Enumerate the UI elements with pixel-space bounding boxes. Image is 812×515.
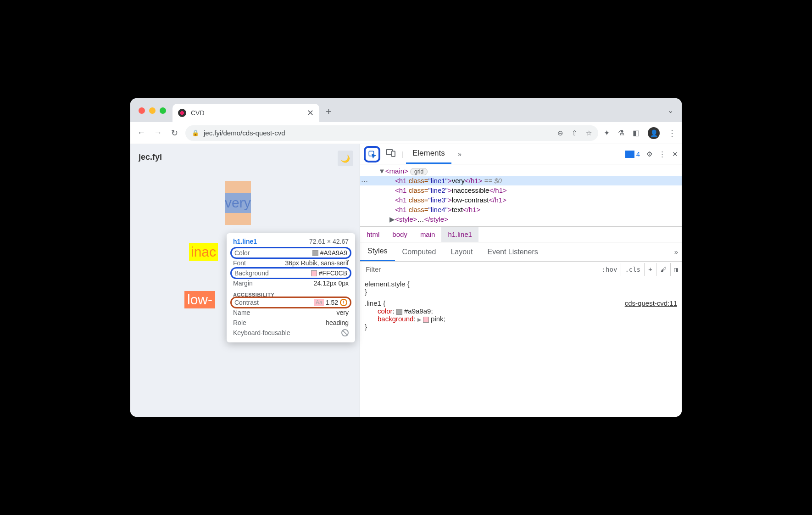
dom-node-selected[interactable]: <h1 class="line1">very</h1> == $0 xyxy=(360,176,682,185)
color-swatch-icon xyxy=(311,270,317,276)
breadcrumb: html body main h1.line1 xyxy=(360,226,682,242)
svg-rect-2 xyxy=(392,151,395,157)
dom-tree[interactable]: ▼<main> grid <h1 class="line1">very</h1>… xyxy=(360,164,682,226)
menu-kebab-icon[interactable]: ⋮ xyxy=(668,128,676,138)
reload-icon[interactable]: ↻ xyxy=(169,128,180,138)
content-area: jec.fyi 🌙 very inac low- h1.line1 72.61 … xyxy=(130,144,682,417)
address-bar[interactable]: 🔒 jec.fyi/demo/cds-quest-cvd ⊖ ⇧ ☆ xyxy=(185,125,598,141)
inspect-element-icon[interactable] xyxy=(364,146,380,162)
tooltip-name-row: Name very xyxy=(233,308,349,318)
tooltip-role-row: Role heading xyxy=(233,318,349,328)
lock-icon: 🔒 xyxy=(192,129,199,136)
line3-text: low- xyxy=(184,291,215,308)
dom-node[interactable]: <h1 class="line2">inaccessible</h1> xyxy=(360,185,682,195)
color-swatch-icon xyxy=(312,250,318,256)
back-icon[interactable]: ← xyxy=(136,128,147,138)
labs-flask-icon[interactable]: ⚗ xyxy=(618,129,624,137)
tab-computed[interactable]: Computed xyxy=(395,243,444,261)
demo-line1[interactable]: very xyxy=(225,181,251,225)
elements-tab[interactable]: Elements xyxy=(406,144,451,164)
tooltip-contrast-row: Contrast Aa 1.52 ! xyxy=(230,297,351,308)
more-tabs-chevron-icon[interactable]: » xyxy=(454,150,465,158)
tooltip-margin-row: Margin 24.12px 0px xyxy=(233,278,349,288)
maximize-window-icon[interactable] xyxy=(160,107,166,114)
close-window-icon[interactable] xyxy=(139,107,145,114)
sidepanel-icon[interactable]: ◧ xyxy=(633,129,640,137)
expand-shorthand-icon[interactable]: ▶ xyxy=(417,317,421,322)
styles-rules[interactable]: element.style { } .line1 { cds-quest-cvd… xyxy=(360,277,682,333)
browser-tab[interactable]: CVD ✕ xyxy=(172,104,319,122)
hov-toggle[interactable]: :hov xyxy=(598,263,621,276)
tooltip-font-row: Font 36px Rubik, sans-serif xyxy=(233,258,349,268)
window-controls xyxy=(139,107,166,114)
extensions-puzzle-icon[interactable]: ✦ xyxy=(604,129,610,137)
breadcrumb-item[interactable]: h1.line1 xyxy=(441,227,478,242)
tab-event-listeners[interactable]: Event Listeners xyxy=(480,243,545,261)
devtools-menu-icon[interactable]: ⋮ xyxy=(659,150,666,158)
minimize-window-icon[interactable] xyxy=(149,107,156,114)
tooltip-keyboard-row: Keyboard-focusable xyxy=(233,328,349,338)
dom-node[interactable]: <h1 class="line4">text</h1> xyxy=(360,205,682,214)
issues-icon xyxy=(625,151,634,158)
styles-filter-row: :hov .cls + 🖌 ◨ xyxy=(360,262,682,277)
tab-layout[interactable]: Layout xyxy=(443,243,480,261)
devtools-panel: | Elements » 4 ⚙ ⋮ ✕ ▼<main> grid <h1 cl… xyxy=(360,144,682,417)
devtools-toolbar: | Elements » 4 ⚙ ⋮ ✕ xyxy=(360,144,682,164)
favicon-icon xyxy=(178,109,186,117)
page-title: jec.fyi xyxy=(139,152,351,162)
tab-list-chevron-icon[interactable]: ⌄ xyxy=(667,106,673,115)
issues-button[interactable]: 4 xyxy=(625,150,640,158)
breadcrumb-item[interactable]: body xyxy=(386,227,414,242)
settings-gear-icon[interactable]: ⚙ xyxy=(646,150,652,158)
bookmark-star-icon[interactable]: ☆ xyxy=(586,129,592,137)
color-swatch-icon[interactable] xyxy=(396,309,402,315)
zoom-out-icon[interactable]: ⊖ xyxy=(557,129,563,137)
titlebar: CVD ✕ + ⌄ xyxy=(130,98,682,122)
cls-toggle[interactable]: .cls xyxy=(621,263,644,276)
tab-title: CVD xyxy=(191,109,205,117)
close-devtools-icon[interactable]: ✕ xyxy=(672,150,678,158)
rendered-page: jec.fyi 🌙 very inac low- h1.line1 72.61 … xyxy=(130,144,360,417)
element-tooltip: h1.line1 72.61 × 42.67 Color #A9A9A9 Fon… xyxy=(227,233,355,342)
not-focusable-icon xyxy=(341,329,349,336)
tooltip-dimensions: 72.61 × 42.67 xyxy=(309,238,349,245)
computed-sidebar-icon[interactable]: ◨ xyxy=(670,263,682,276)
new-rule-plus-icon[interactable]: + xyxy=(644,263,656,276)
forward-icon[interactable]: → xyxy=(152,128,163,138)
profile-avatar-icon[interactable]: 👤 xyxy=(648,127,660,139)
aa-sample-icon: Aa xyxy=(314,299,324,306)
styles-filter-input[interactable] xyxy=(360,262,598,277)
url-text: jec.fyi/demo/cds-quest-cvd xyxy=(204,129,285,137)
dom-node[interactable]: <h1 class="line3">low-contrast</h1> xyxy=(360,195,682,205)
tooltip-selector: h1.line1 xyxy=(233,238,257,245)
paint-format-icon[interactable]: 🖌 xyxy=(656,263,670,276)
tooltip-background-row: Background #FFC0CB xyxy=(230,267,351,279)
line1-text: very xyxy=(225,193,251,213)
share-icon[interactable]: ⇧ xyxy=(572,129,578,137)
line2-text: inac xyxy=(189,243,218,261)
dark-mode-moon-icon[interactable]: 🌙 xyxy=(338,151,353,166)
more-styles-tabs-icon[interactable]: » xyxy=(671,248,682,256)
new-tab-button[interactable]: + xyxy=(326,106,332,118)
grid-badge[interactable]: grid xyxy=(410,168,428,175)
browser-window: CVD ✕ + ⌄ ← → ↻ 🔒 jec.fyi/demo/cds-quest… xyxy=(130,98,682,417)
dom-node[interactable]: ▶<style>…</style> xyxy=(360,214,682,224)
source-link[interactable]: cds-quest-cvd:11 xyxy=(625,299,677,307)
tab-styles[interactable]: Styles xyxy=(360,242,395,261)
breadcrumb-item[interactable]: main xyxy=(414,227,442,242)
tooltip-color-row: Color #A9A9A9 xyxy=(230,247,351,259)
styles-tabs: Styles Computed Layout Event Listeners » xyxy=(360,242,682,262)
warning-icon: ! xyxy=(340,299,347,306)
close-tab-icon[interactable]: ✕ xyxy=(307,108,314,118)
color-swatch-icon[interactable] xyxy=(423,317,429,323)
toggle-device-icon[interactable] xyxy=(383,149,399,159)
breadcrumb-item[interactable]: html xyxy=(360,227,386,242)
toolbar: ← → ↻ 🔒 jec.fyi/demo/cds-quest-cvd ⊖ ⇧ ☆… xyxy=(130,122,682,144)
